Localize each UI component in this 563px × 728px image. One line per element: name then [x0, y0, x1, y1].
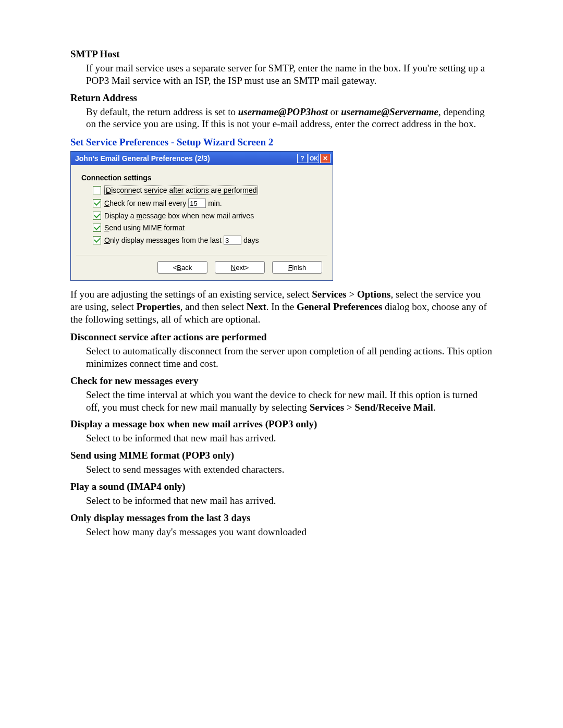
return-address-text-pre: By default, the return address is set to: [86, 106, 238, 117]
input-last-days[interactable]: [224, 236, 241, 245]
def-msgbox-body: Select to be informed that new mail has …: [86, 432, 493, 445]
return-address-val1: username@POP3host: [238, 106, 328, 117]
option-disconnect: Disconnect service after actions are per…: [93, 186, 322, 195]
dialog-title: John's Email General Preferences (2/3): [75, 154, 296, 163]
dialog-titlebar: John's Email General Preferences (2/3) ?…: [71, 152, 333, 165]
def-msgbox-term: Display a message box when new mail arri…: [70, 418, 493, 430]
definition-list-settings: Disconnect service after actions are per…: [70, 331, 493, 538]
label-check-mail: Check for new mail every: [104, 199, 186, 207]
input-check-mail-minutes[interactable]: [188, 199, 206, 208]
after-dialog-paragraph: If you are adjusting the settings of an …: [70, 288, 493, 325]
return-address-val2: username@Servername: [341, 106, 438, 117]
def-check-term: Check for new messages every: [70, 375, 493, 387]
label-last-days: Only display messages from the last: [104, 236, 222, 244]
definition-list-top: SMTP Host If your mail service uses a se…: [70, 48, 493, 130]
def-mime-term: Send using MIME format (POP3 only): [70, 450, 493, 461]
unit-days: days: [243, 236, 259, 244]
def-sound-body: Select to be informed that new mail has …: [86, 495, 493, 507]
return-address-term: Return Address: [70, 92, 493, 104]
ok-button[interactable]: OK: [309, 154, 319, 163]
next-button[interactable]: Next>: [215, 261, 265, 274]
option-mime: Send using MIME format: [93, 224, 322, 232]
unit-min: min.: [208, 199, 222, 207]
close-button[interactable]: ✕: [320, 154, 331, 163]
finish-button[interactable]: Finish: [272, 261, 322, 274]
smtp-host-term: SMTP Host: [70, 48, 493, 60]
checkbox-last-days[interactable]: [93, 236, 101, 244]
def-mime-body: Select to send messages with extended ch…: [86, 463, 493, 476]
back-button[interactable]: <Back: [157, 261, 207, 274]
def-disconnect-body: Select to automatically disconnect from …: [86, 345, 493, 370]
label-message-box: Display a message box when new mail arri…: [104, 212, 254, 220]
setup-wizard-heading: Set Service Preferences - Setup Wizard S…: [70, 137, 493, 148]
connection-settings-group: Connection settings Disconnect service a…: [76, 170, 327, 255]
option-message-box: Display a message box when new mail arri…: [93, 212, 322, 220]
label-disconnect: Disconnect service after actions are per…: [104, 186, 258, 195]
dialog-button-row: <Back Next> Finish: [157, 261, 322, 274]
checkbox-check-mail[interactable]: [93, 199, 101, 207]
help-button[interactable]: ?: [297, 154, 308, 163]
return-address-or: or: [328, 106, 341, 117]
def-check-body: Select the time interval at which you wa…: [86, 389, 493, 414]
options-list: Disconnect service after actions are per…: [93, 186, 322, 245]
label-mime: Send using MIME format: [104, 224, 185, 232]
option-check-mail: Check for new mail every min.: [93, 199, 322, 208]
document-page: SMTP Host If your mail service uses a se…: [0, 0, 563, 728]
def-lastdays-term: Only display messages from the last 3 da…: [70, 512, 493, 524]
checkbox-mime[interactable]: [93, 224, 101, 232]
smtp-host-def: If your mail service uses a separate ser…: [86, 62, 493, 87]
def-disconnect-term: Disconnect service after actions are per…: [70, 331, 493, 343]
checkbox-disconnect[interactable]: [93, 186, 101, 194]
preferences-dialog: John's Email General Preferences (2/3) ?…: [70, 151, 333, 281]
def-sound-term: Play a sound (IMAP4 only): [70, 481, 493, 492]
option-last-days: Only display messages from the last days: [93, 236, 322, 245]
def-lastdays-body: Select how many day's messages you want …: [86, 526, 493, 538]
return-address-def: By default, the return address is set to…: [86, 106, 493, 131]
checkbox-message-box[interactable]: [93, 212, 101, 220]
connection-settings-label: Connection settings: [81, 174, 322, 182]
